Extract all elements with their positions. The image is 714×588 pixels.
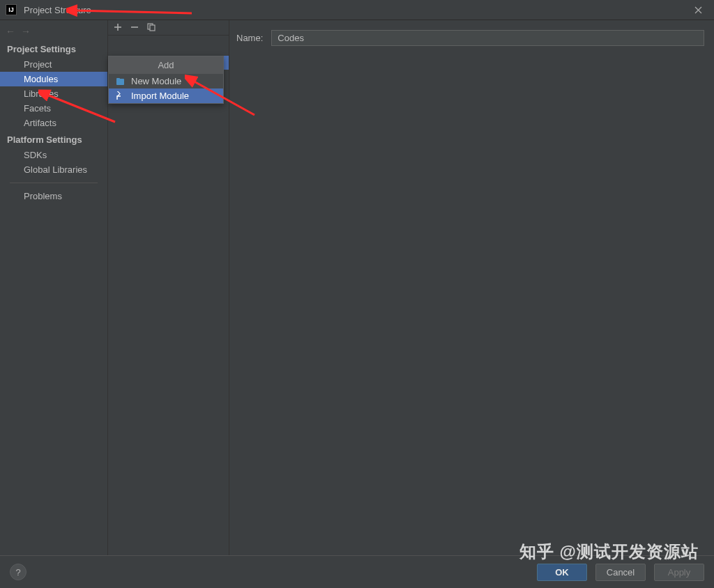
- sidebar: ← → Project Settings Project Modules Lib…: [0, 20, 108, 555]
- menu-import-module[interactable]: Import Module: [109, 88, 223, 103]
- nav-back-icon[interactable]: ←: [6, 26, 15, 36]
- section-platform-settings: Platform Settings: [0, 130, 107, 148]
- detail-panel: Name:: [229, 20, 714, 555]
- help-button[interactable]: ?: [10, 564, 26, 580]
- window-title: Project Structure: [24, 5, 91, 15]
- sidebar-item-problems[interactable]: Problems: [0, 189, 107, 203]
- add-popup: Add New Module Import Module: [108, 56, 224, 104]
- apply-button[interactable]: Apply: [654, 564, 704, 581]
- module-toolbar: [108, 20, 229, 36]
- remove-icon[interactable]: [130, 23, 139, 33]
- name-label: Name:: [236, 33, 263, 43]
- app-icon: IJ: [6, 4, 17, 15]
- import-module-icon: [116, 91, 126, 101]
- copy-icon[interactable]: [147, 23, 155, 33]
- sidebar-item-libraries[interactable]: Libraries: [0, 86, 107, 101]
- titlebar: IJ Project Structure: [0, 0, 714, 20]
- cancel-button[interactable]: Cancel: [595, 564, 646, 581]
- svg-rect-8: [116, 78, 120, 80]
- module-list-panel: Add New Module Import Module: [108, 20, 229, 555]
- sidebar-item-project[interactable]: Project: [0, 57, 107, 72]
- close-icon[interactable]: [688, 0, 708, 20]
- name-input[interactable]: [271, 30, 704, 46]
- sidebar-item-global-libraries[interactable]: Global Libraries: [0, 162, 107, 177]
- popup-header: Add: [109, 56, 223, 74]
- sidebar-item-modules[interactable]: Modules: [0, 72, 107, 86]
- nav-forward-icon[interactable]: →: [21, 26, 31, 36]
- section-project-settings: Project Settings: [0, 40, 107, 57]
- sidebar-item-artifacts[interactable]: Artifacts: [0, 116, 107, 130]
- sidebar-item-facets[interactable]: Facets: [0, 101, 107, 116]
- sidebar-item-sdks[interactable]: SDKs: [0, 148, 107, 162]
- svg-rect-6: [150, 25, 155, 31]
- menu-import-module-label: Import Module: [131, 91, 189, 101]
- ok-button[interactable]: OK: [537, 564, 587, 581]
- bottom-bar: ? OK Cancel Apply: [0, 555, 714, 588]
- divider: [10, 183, 98, 183]
- add-icon[interactable]: [114, 23, 122, 33]
- menu-new-module[interactable]: New Module: [109, 74, 223, 88]
- new-module-icon: [116, 77, 126, 86]
- menu-new-module-label: New Module: [131, 76, 181, 86]
